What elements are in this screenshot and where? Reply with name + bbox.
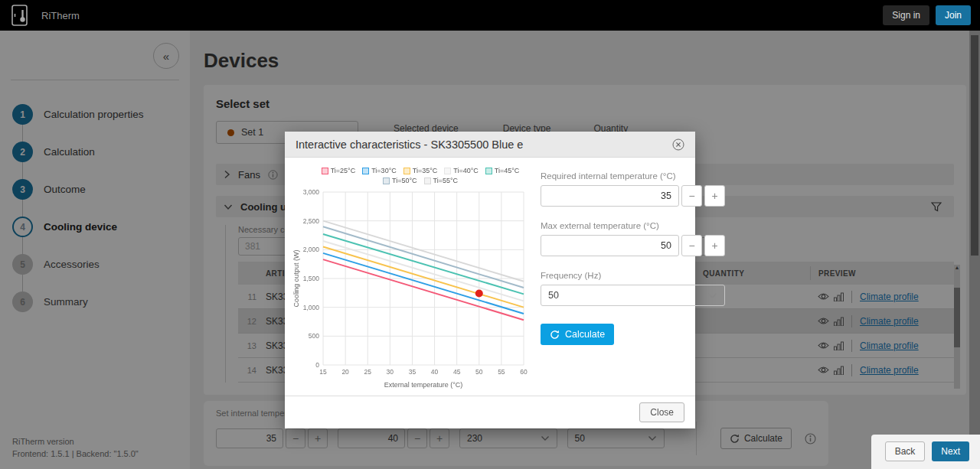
legend-item[interactable]: Ti=50°C bbox=[383, 177, 417, 184]
max-external-temp-input[interactable] bbox=[541, 235, 679, 256]
ritherm-logo-icon bbox=[11, 4, 29, 27]
svg-text:Cooling output (W): Cooling output (W) bbox=[292, 249, 300, 307]
svg-text:25: 25 bbox=[364, 368, 371, 376]
svg-text:30: 30 bbox=[387, 368, 394, 376]
close-icon[interactable] bbox=[672, 138, 684, 151]
modal-close-button[interactable]: Close bbox=[639, 402, 684, 422]
legend-label: Ti=25°C bbox=[331, 167, 356, 174]
legend-item[interactable]: Ti=30°C bbox=[362, 167, 397, 174]
modal-frequency-select[interactable]: 50 bbox=[541, 285, 725, 306]
topbar: RiTherm Sign in Join bbox=[0, 0, 980, 31]
sign-in-button[interactable]: Sign in bbox=[883, 5, 929, 25]
legend-item[interactable]: Ti=40°C bbox=[444, 167, 479, 174]
modal-form: Required internal temperature (°C) − + M… bbox=[541, 165, 725, 392]
legend-swatch bbox=[322, 168, 328, 174]
chevron-down-icon bbox=[707, 292, 717, 299]
modal-calculate-button[interactable]: Calculate bbox=[541, 324, 614, 345]
svg-text:60: 60 bbox=[520, 368, 528, 376]
brand: RiTherm bbox=[11, 4, 80, 27]
svg-text:35: 35 bbox=[409, 368, 416, 376]
modal-calculate-label: Calculate bbox=[565, 329, 605, 340]
modal-title: Interactive characteristics - SK3305500 … bbox=[296, 138, 523, 151]
chart-legend: Ti=25°CTi=30°CTi=35°CTi=40°CTi=45°CTi=50… bbox=[311, 167, 530, 184]
legend-label: Ti=55°C bbox=[433, 177, 459, 184]
back-button[interactable]: Back bbox=[885, 441, 926, 461]
svg-text:1,000: 1,000 bbox=[303, 304, 320, 311]
interactive-characteristics-modal: Interactive characteristics - SK3305500 … bbox=[285, 132, 695, 428]
max-external-temp-label: Max external temperature (°C) bbox=[541, 221, 725, 230]
minus-button[interactable]: − bbox=[681, 185, 702, 207]
chart-area: Ti=25°CTi=30°CTi=35°CTi=40°CTi=45°CTi=50… bbox=[291, 165, 530, 392]
join-button[interactable]: Join bbox=[936, 5, 971, 25]
legend-label: Ti=35°C bbox=[413, 167, 438, 174]
svg-text:1,500: 1,500 bbox=[303, 275, 320, 282]
required-internal-temp-input[interactable] bbox=[541, 185, 679, 207]
refresh-icon bbox=[550, 330, 560, 340]
legend-swatch bbox=[403, 168, 410, 174]
svg-text:55: 55 bbox=[498, 368, 505, 376]
plus-button[interactable]: + bbox=[704, 185, 725, 207]
legend-swatch bbox=[383, 178, 390, 184]
legend-swatch bbox=[485, 168, 492, 174]
svg-text:2,500: 2,500 bbox=[303, 217, 320, 225]
svg-text:External temperature (°C): External temperature (°C) bbox=[384, 381, 463, 389]
brand-name: RiTherm bbox=[41, 10, 80, 21]
legend-label: Ti=45°C bbox=[495, 167, 520, 174]
svg-text:45: 45 bbox=[453, 368, 461, 376]
modal-frequency-value: 50 bbox=[548, 290, 559, 301]
legend-swatch bbox=[444, 168, 451, 174]
plus-button[interactable]: + bbox=[704, 235, 725, 256]
legend-label: Ti=40°C bbox=[453, 167, 479, 174]
svg-text:0: 0 bbox=[315, 361, 319, 369]
legend-swatch bbox=[362, 168, 369, 174]
legend-label: Ti=50°C bbox=[392, 177, 417, 184]
svg-text:3,000: 3,000 bbox=[303, 188, 320, 196]
next-button[interactable]: Next bbox=[932, 441, 969, 461]
svg-text:50: 50 bbox=[475, 368, 483, 376]
svg-text:20: 20 bbox=[341, 368, 349, 376]
legend-swatch bbox=[424, 178, 431, 184]
svg-text:40: 40 bbox=[431, 368, 439, 376]
svg-text:500: 500 bbox=[309, 332, 319, 340]
minus-button[interactable]: − bbox=[681, 235, 702, 256]
svg-text:2,000: 2,000 bbox=[303, 246, 320, 253]
wizard-footer: Back Next bbox=[871, 435, 980, 469]
modal-footer: Close bbox=[285, 396, 695, 428]
legend-item[interactable]: Ti=35°C bbox=[403, 167, 438, 174]
legend-item[interactable]: Ti=25°C bbox=[322, 167, 356, 174]
cooling-output-chart: 1520253035404550556005001,0001,5002,0002… bbox=[291, 186, 530, 389]
svg-text:15: 15 bbox=[319, 368, 327, 376]
modal-frequency-label: Frequency (Hz) bbox=[541, 271, 725, 280]
modal-header: Interactive characteristics - SK3305500 … bbox=[285, 132, 695, 158]
legend-item[interactable]: Ti=45°C bbox=[485, 167, 520, 174]
required-internal-temp-label: Required internal temperature (°C) bbox=[541, 171, 725, 181]
legend-label: Ti=30°C bbox=[371, 167, 397, 174]
legend-item[interactable]: Ti=55°C bbox=[424, 177, 459, 184]
